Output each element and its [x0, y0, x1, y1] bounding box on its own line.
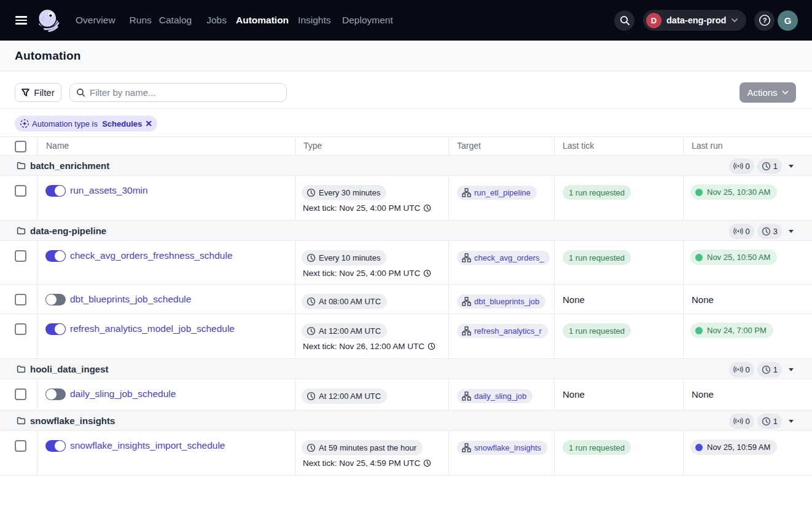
svg-text:?: ? [762, 17, 767, 24]
